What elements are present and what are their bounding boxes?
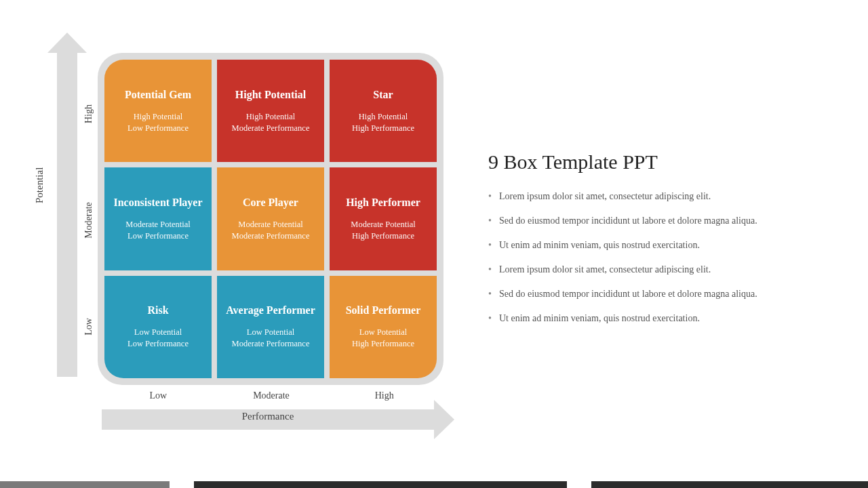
- cell-sub: High PotentialModerate Performance: [232, 111, 310, 134]
- y-axis-label: Potential: [34, 167, 45, 203]
- bullet-item: Ut enim ad minim veniam, quis nostrud ex…: [488, 240, 841, 251]
- y-axis-arrow: [57, 52, 77, 377]
- cell-sub: Moderate PotentialLow Performance: [125, 219, 190, 242]
- nine-box-frame: Potential Gem High PotentialLow Performa…: [98, 53, 443, 385]
- cell-title: Potential Gem: [125, 88, 191, 102]
- cell-sub: Low PotentialHigh Performance: [352, 327, 414, 350]
- footer-bar-1: [0, 481, 170, 488]
- footer-bar-2: [194, 481, 567, 488]
- cell-title: Core Player: [243, 196, 298, 209]
- slide: Potential High Moderate Low Potential Ge…: [0, 0, 868, 488]
- cell-title: High Performer: [346, 196, 420, 209]
- cell-average-performer: Average Performer Low PotentialModerate …: [217, 276, 324, 378]
- cell-title: Risk: [147, 304, 168, 317]
- cell-title: Inconsistent Player: [113, 196, 202, 209]
- bullet-item: Lorem ipsum dolor sit amet, consectetur …: [488, 264, 841, 275]
- cell-inconsistent-player: Inconsistent Player Moderate PotentialLo…: [104, 167, 212, 270]
- bullet-item: Sed do eiusmod tempor incididunt ut labo…: [488, 216, 841, 226]
- x-tick-low: Low: [102, 390, 215, 401]
- slide-title: 9 Box Template PPT: [488, 150, 841, 174]
- cell-sub: Moderate PotentialModerate Performance: [232, 219, 310, 242]
- cell-risk: Risk Low PotentialLow Performance: [104, 276, 212, 378]
- bullet-item: Lorem ipsum dolor sit amet, consectetur …: [488, 191, 841, 202]
- cell-solid-performer: Solid Performer Low PotentialHigh Perfor…: [330, 276, 437, 378]
- content-panel: 9 Box Template PPT Lorem ipsum dolor sit…: [488, 150, 841, 338]
- cell-title: Average Performer: [226, 304, 315, 317]
- x-axis-label: Performance: [102, 411, 434, 422]
- y-tick-moderate: Moderate: [80, 167, 98, 274]
- y-tick-high: High: [80, 61, 98, 167]
- cell-sub: Moderate PotentialHigh Performance: [351, 219, 415, 242]
- x-tick-moderate: Moderate: [215, 390, 328, 401]
- footer-bar-3: [591, 481, 868, 488]
- cell-title: Solid Performer: [346, 304, 421, 317]
- bullet-item: Sed do eiusmod tempor incididunt ut labo…: [488, 289, 841, 300]
- cell-high-potential: Hight Potential High PotentialModerate P…: [217, 60, 324, 162]
- bullet-list: Lorem ipsum dolor sit amet, consectetur …: [488, 191, 841, 324]
- x-axis-ticks: Low Moderate High: [102, 390, 441, 401]
- cell-potential-gem: Potential Gem High PotentialLow Performa…: [104, 60, 212, 162]
- cell-star: Star High PotentialHigh Performance: [330, 60, 437, 162]
- cell-sub: Low PotentialModerate Performance: [232, 327, 310, 350]
- bullet-item: Ut enim ad minim veniam, quis nostrud ex…: [488, 313, 841, 324]
- y-tick-low: Low: [80, 273, 98, 380]
- cell-sub: High PotentialHigh Performance: [352, 111, 414, 134]
- cell-title: Hight Potential: [235, 88, 306, 102]
- y-axis-ticks: High Moderate Low: [80, 61, 98, 380]
- cell-sub: High PotentialLow Performance: [127, 111, 189, 134]
- cell-high-performer: High Performer Moderate PotentialHigh Pe…: [330, 167, 437, 270]
- nine-box-grid: Potential Gem High PotentialLow Performa…: [104, 60, 437, 378]
- cell-sub: Low PotentialLow Performance: [127, 327, 189, 350]
- cell-title: Star: [373, 88, 393, 102]
- cell-core-player: Core Player Moderate PotentialModerate P…: [217, 167, 324, 270]
- x-tick-high: High: [328, 390, 441, 401]
